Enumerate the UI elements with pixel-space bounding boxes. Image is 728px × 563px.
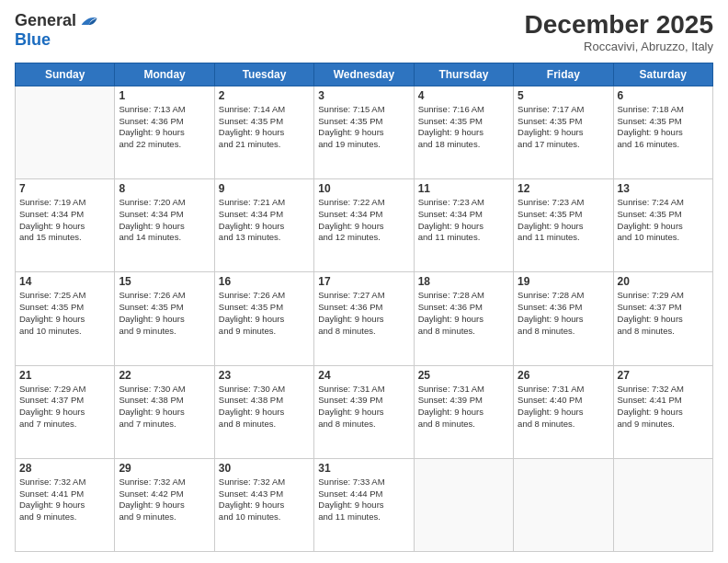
day-number: 24 bbox=[318, 369, 409, 382]
calendar-day-cell: 11Sunrise: 7:23 AM Sunset: 4:34 PM Dayli… bbox=[414, 179, 513, 272]
calendar-week-row: 1Sunrise: 7:13 AM Sunset: 4:36 PM Daylig… bbox=[16, 86, 713, 178]
day-info: Sunrise: 7:26 AM Sunset: 4:35 PM Dayligh… bbox=[119, 290, 210, 337]
day-number: 20 bbox=[618, 275, 709, 288]
calendar-day-cell: 15Sunrise: 7:26 AM Sunset: 4:35 PM Dayli… bbox=[115, 272, 214, 365]
day-number: 9 bbox=[219, 182, 310, 195]
calendar-day-cell bbox=[16, 86, 115, 178]
day-number: 31 bbox=[318, 462, 409, 475]
calendar-day-cell: 25Sunrise: 7:31 AM Sunset: 4:39 PM Dayli… bbox=[414, 365, 513, 458]
day-number: 12 bbox=[518, 182, 609, 195]
header: General Blue December 2025 Roccavivi, Ab… bbox=[15, 11, 713, 53]
logo-blue: Blue bbox=[15, 31, 98, 50]
day-info: Sunrise: 7:28 AM Sunset: 4:36 PM Dayligh… bbox=[518, 290, 609, 337]
calendar-day-cell: 7Sunrise: 7:19 AM Sunset: 4:34 PM Daylig… bbox=[16, 179, 115, 272]
day-number: 17 bbox=[318, 275, 409, 288]
day-info: Sunrise: 7:29 AM Sunset: 4:37 PM Dayligh… bbox=[618, 290, 709, 337]
day-number: 2 bbox=[219, 89, 310, 102]
day-info: Sunrise: 7:14 AM Sunset: 4:35 PM Dayligh… bbox=[219, 104, 310, 151]
calendar-day-cell: 28Sunrise: 7:32 AM Sunset: 4:41 PM Dayli… bbox=[16, 458, 115, 551]
day-number: 18 bbox=[418, 275, 509, 288]
weekday-header-cell: Saturday bbox=[613, 63, 712, 86]
calendar-day-cell: 2Sunrise: 7:14 AM Sunset: 4:35 PM Daylig… bbox=[214, 86, 313, 178]
day-number: 25 bbox=[418, 369, 509, 382]
day-number: 10 bbox=[318, 182, 409, 195]
day-info: Sunrise: 7:31 AM Sunset: 4:40 PM Dayligh… bbox=[518, 384, 609, 431]
calendar-day-cell: 26Sunrise: 7:31 AM Sunset: 4:40 PM Dayli… bbox=[514, 365, 613, 458]
day-number: 7 bbox=[19, 182, 110, 195]
day-number: 15 bbox=[119, 275, 210, 288]
page: General Blue December 2025 Roccavivi, Ab… bbox=[0, 0, 728, 563]
calendar-week-row: 14Sunrise: 7:25 AM Sunset: 4:35 PM Dayli… bbox=[16, 272, 713, 365]
calendar-day-cell: 29Sunrise: 7:32 AM Sunset: 4:42 PM Dayli… bbox=[115, 458, 214, 551]
day-info: Sunrise: 7:13 AM Sunset: 4:36 PM Dayligh… bbox=[119, 104, 210, 151]
day-info: Sunrise: 7:23 AM Sunset: 4:35 PM Dayligh… bbox=[518, 197, 609, 244]
calendar-day-cell: 17Sunrise: 7:27 AM Sunset: 4:36 PM Dayli… bbox=[314, 272, 414, 365]
day-info: Sunrise: 7:30 AM Sunset: 4:38 PM Dayligh… bbox=[219, 384, 310, 431]
day-info: Sunrise: 7:19 AM Sunset: 4:34 PM Dayligh… bbox=[19, 197, 110, 244]
day-number: 23 bbox=[219, 369, 310, 382]
calendar-week-row: 21Sunrise: 7:29 AM Sunset: 4:37 PM Dayli… bbox=[16, 365, 713, 458]
day-info: Sunrise: 7:27 AM Sunset: 4:36 PM Dayligh… bbox=[318, 290, 409, 337]
calendar-day-cell bbox=[414, 458, 513, 551]
day-number: 5 bbox=[518, 89, 609, 102]
day-number: 16 bbox=[219, 275, 310, 288]
day-info: Sunrise: 7:32 AM Sunset: 4:42 PM Dayligh… bbox=[119, 477, 210, 523]
day-number: 30 bbox=[219, 462, 310, 475]
calendar-day-cell: 10Sunrise: 7:22 AM Sunset: 4:34 PM Dayli… bbox=[314, 179, 414, 272]
calendar-day-cell: 20Sunrise: 7:29 AM Sunset: 4:37 PM Dayli… bbox=[613, 272, 712, 365]
day-number: 8 bbox=[119, 182, 210, 195]
day-info: Sunrise: 7:32 AM Sunset: 4:43 PM Dayligh… bbox=[219, 477, 310, 523]
day-info: Sunrise: 7:32 AM Sunset: 4:41 PM Dayligh… bbox=[19, 477, 110, 523]
calendar-day-cell: 3Sunrise: 7:15 AM Sunset: 4:35 PM Daylig… bbox=[314, 86, 414, 178]
calendar-day-cell: 31Sunrise: 7:33 AM Sunset: 4:44 PM Dayli… bbox=[314, 458, 414, 551]
calendar-day-cell: 12Sunrise: 7:23 AM Sunset: 4:35 PM Dayli… bbox=[514, 179, 613, 272]
day-number: 28 bbox=[19, 462, 110, 475]
day-info: Sunrise: 7:17 AM Sunset: 4:35 PM Dayligh… bbox=[518, 104, 609, 151]
weekday-header-cell: Tuesday bbox=[214, 63, 313, 86]
logo-general: General bbox=[15, 12, 76, 30]
day-info: Sunrise: 7:20 AM Sunset: 4:34 PM Dayligh… bbox=[119, 197, 210, 244]
weekday-header-cell: Thursday bbox=[414, 63, 513, 86]
day-info: Sunrise: 7:33 AM Sunset: 4:44 PM Dayligh… bbox=[318, 477, 409, 523]
weekday-header-cell: Monday bbox=[115, 63, 214, 86]
day-info: Sunrise: 7:29 AM Sunset: 4:37 PM Dayligh… bbox=[19, 384, 110, 431]
calendar-day-cell: 30Sunrise: 7:32 AM Sunset: 4:43 PM Dayli… bbox=[214, 458, 313, 551]
calendar-day-cell: 22Sunrise: 7:30 AM Sunset: 4:38 PM Dayli… bbox=[115, 365, 214, 458]
calendar-day-cell: 4Sunrise: 7:16 AM Sunset: 4:35 PM Daylig… bbox=[414, 86, 513, 178]
day-info: Sunrise: 7:24 AM Sunset: 4:35 PM Dayligh… bbox=[618, 197, 709, 244]
weekday-header-cell: Friday bbox=[514, 63, 613, 86]
calendar-day-cell: 27Sunrise: 7:32 AM Sunset: 4:41 PM Dayli… bbox=[613, 365, 712, 458]
day-number: 3 bbox=[318, 89, 409, 102]
day-number: 6 bbox=[618, 89, 709, 102]
day-number: 13 bbox=[618, 182, 709, 195]
calendar-day-cell bbox=[613, 458, 712, 551]
calendar-day-cell: 16Sunrise: 7:26 AM Sunset: 4:35 PM Dayli… bbox=[214, 272, 313, 365]
day-number: 22 bbox=[119, 369, 210, 382]
day-info: Sunrise: 7:28 AM Sunset: 4:36 PM Dayligh… bbox=[418, 290, 509, 337]
calendar-week-row: 28Sunrise: 7:32 AM Sunset: 4:41 PM Dayli… bbox=[16, 458, 713, 551]
calendar-day-cell: 6Sunrise: 7:18 AM Sunset: 4:35 PM Daylig… bbox=[613, 86, 712, 178]
day-info: Sunrise: 7:31 AM Sunset: 4:39 PM Dayligh… bbox=[418, 384, 509, 431]
day-number: 1 bbox=[119, 89, 210, 102]
calendar-day-cell: 1Sunrise: 7:13 AM Sunset: 4:36 PM Daylig… bbox=[115, 86, 214, 178]
day-info: Sunrise: 7:32 AM Sunset: 4:41 PM Dayligh… bbox=[618, 384, 709, 431]
calendar-day-cell: 23Sunrise: 7:30 AM Sunset: 4:38 PM Dayli… bbox=[214, 365, 313, 458]
day-info: Sunrise: 7:18 AM Sunset: 4:35 PM Dayligh… bbox=[618, 104, 709, 151]
location-subtitle: Roccavivi, Abruzzo, Italy bbox=[525, 40, 713, 53]
calendar-day-cell: 19Sunrise: 7:28 AM Sunset: 4:36 PM Dayli… bbox=[514, 272, 613, 365]
calendar-table: SundayMondayTuesdayWednesdayThursdayFrid… bbox=[15, 63, 713, 552]
weekday-header-cell: Sunday bbox=[16, 63, 115, 86]
day-number: 14 bbox=[19, 275, 110, 288]
day-info: Sunrise: 7:25 AM Sunset: 4:35 PM Dayligh… bbox=[19, 290, 110, 337]
calendar-day-cell: 24Sunrise: 7:31 AM Sunset: 4:39 PM Dayli… bbox=[314, 365, 414, 458]
month-title: December 2025 bbox=[525, 11, 713, 40]
day-info: Sunrise: 7:23 AM Sunset: 4:34 PM Dayligh… bbox=[418, 197, 509, 244]
calendar-day-cell: 8Sunrise: 7:20 AM Sunset: 4:34 PM Daylig… bbox=[115, 179, 214, 272]
title-block: December 2025 Roccavivi, Abruzzo, Italy bbox=[525, 11, 713, 53]
calendar-day-cell: 9Sunrise: 7:21 AM Sunset: 4:34 PM Daylig… bbox=[214, 179, 313, 272]
day-info: Sunrise: 7:26 AM Sunset: 4:35 PM Dayligh… bbox=[219, 290, 310, 337]
calendar-day-cell: 14Sunrise: 7:25 AM Sunset: 4:35 PM Dayli… bbox=[16, 272, 115, 365]
day-info: Sunrise: 7:30 AM Sunset: 4:38 PM Dayligh… bbox=[119, 384, 210, 431]
day-info: Sunrise: 7:31 AM Sunset: 4:39 PM Dayligh… bbox=[318, 384, 409, 431]
calendar-day-cell: 13Sunrise: 7:24 AM Sunset: 4:35 PM Dayli… bbox=[613, 179, 712, 272]
